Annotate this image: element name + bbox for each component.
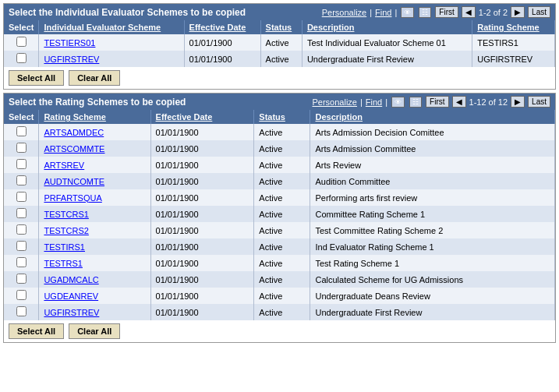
row-scheme: AUDTNCOMTE: [39, 173, 150, 189]
section2-clear-all-btn[interactable]: Clear All: [69, 323, 120, 339]
row-description: Arts Admission Committee: [310, 140, 555, 157]
section1-last-btn[interactable]: Last: [528, 6, 550, 18]
row-date: 01/01/1900: [150, 124, 254, 140]
scheme-link[interactable]: TESTIRS1: [44, 242, 85, 252]
row-checkbox[interactable]: [16, 126, 27, 136]
row-checkbox-cell: [4, 222, 39, 238]
section2-select-all-btn[interactable]: Select All: [9, 323, 64, 339]
row-checkbox-cell: [4, 271, 39, 288]
section2-view-icon[interactable]: 👁: [391, 97, 405, 108]
row-description: Performing arts first review: [310, 189, 555, 206]
rating-schemes-section: Select the Rating Schemes to be copied P…: [3, 93, 556, 343]
row-date: 01/01/1900: [184, 51, 260, 67]
section1-col-scheme: Individual Evaluator Scheme: [39, 20, 184, 34]
scheme-link[interactable]: UGADMCALC: [44, 275, 98, 284]
scheme-link[interactable]: TESTIERS01: [44, 38, 95, 48]
section1-select-all-btn[interactable]: Select All: [9, 70, 64, 86]
table-row: UGFIRSTREV 01/01/1900 Active Undergradua…: [4, 51, 555, 67]
row-checkbox[interactable]: [16, 257, 27, 267]
row-checkbox[interactable]: [16, 241, 27, 251]
row-checkbox[interactable]: [16, 224, 27, 235]
section1-clear-all-btn[interactable]: Clear All: [69, 70, 120, 86]
row-scheme: TESTCRS2: [39, 222, 150, 238]
table-row: TESTIERS01 01/01/1900 Active Test Indivi…: [4, 34, 555, 51]
section1-col-date: Effective Date: [184, 20, 260, 34]
row-scheme: ARTSADMDEC: [39, 124, 150, 140]
section1-find-link[interactable]: Find: [375, 8, 391, 17]
row-status: Active: [254, 222, 310, 238]
section2-prev-btn[interactable]: ◀: [452, 96, 466, 108]
section1-controls: Personalize | Find | 👁 ☷ First ◀ 1-2 of …: [322, 6, 550, 18]
row-checkbox[interactable]: [16, 37, 27, 47]
row-checkbox-cell: [4, 51, 39, 67]
row-checkbox[interactable]: [16, 175, 27, 185]
row-scheme: PRFARTSQUA: [39, 189, 150, 206]
scheme-link[interactable]: AUDTNCOMTE: [44, 177, 104, 186]
section2-first-btn[interactable]: First: [426, 96, 448, 108]
row-scheme: TESTRS1: [39, 255, 150, 271]
row-status: Active: [254, 271, 310, 288]
row-status: Active: [254, 238, 310, 255]
section2-col-date: Effective Date: [150, 110, 254, 124]
section2-btn-row: Select All Clear All: [4, 320, 555, 342]
row-checkbox-cell: [4, 189, 39, 206]
row-checkbox-cell: [4, 238, 39, 255]
row-status: Active: [254, 255, 310, 271]
row-checkbox-cell: [4, 255, 39, 271]
row-date: 01/01/1900: [150, 238, 254, 255]
section2-personalize-link[interactable]: Personalize: [312, 97, 356, 107]
section2-next-btn[interactable]: ▶: [511, 96, 525, 108]
section1-first-btn[interactable]: First: [435, 6, 458, 18]
section2-last-btn[interactable]: Last: [528, 96, 550, 108]
scheme-link[interactable]: UGFIRSTREV: [44, 55, 99, 64]
section2-table: Select Rating Scheme Effective Date Stat…: [4, 110, 555, 320]
scheme-link[interactable]: TESTCRS1: [44, 210, 88, 219]
table-row: TESTRS1 01/01/1900 Active Test Rating Sc…: [4, 255, 555, 271]
row-scheme: ARTSCOMMTE: [39, 140, 150, 157]
row-date: 01/01/1900: [150, 255, 254, 271]
section1-header: Select the Individual Evaluator Schemes …: [4, 4, 555, 20]
row-date: 01/01/1900: [150, 173, 254, 189]
row-description: Undergraduate First Review: [302, 51, 472, 67]
scheme-link[interactable]: ARTSCOMMTE: [44, 144, 104, 154]
individual-evaluator-section: Select the Individual Evaluator Schemes …: [3, 3, 556, 90]
row-status: Active: [254, 189, 310, 206]
section1-col-rating: Rating Scheme: [472, 20, 555, 34]
table-row: TESTIRS1 01/01/1900 Active Ind Evaluator…: [4, 238, 555, 255]
section1-prev-btn[interactable]: ◀: [462, 6, 476, 18]
table-row: TESTCRS2 01/01/1900 Active Test Committe…: [4, 222, 555, 238]
row-checkbox[interactable]: [16, 208, 27, 218]
row-checkbox[interactable]: [16, 53, 27, 63]
row-checkbox[interactable]: [16, 274, 27, 284]
section2-find-link[interactable]: Find: [366, 97, 382, 107]
scheme-link[interactable]: ARTSREV: [44, 161, 84, 170]
row-scheme: TESTCRS1: [39, 206, 150, 222]
scheme-link[interactable]: PRFARTSQUA: [44, 193, 101, 203]
section1-next-btn[interactable]: ▶: [511, 6, 525, 18]
row-checkbox[interactable]: [16, 306, 27, 316]
row-description: Test Committee Rating Scheme 2: [310, 222, 555, 238]
row-checkbox[interactable]: [16, 192, 27, 202]
section2-grid-icon[interactable]: ☷: [409, 97, 422, 108]
row-status: Active: [254, 124, 310, 140]
row-checkbox[interactable]: [16, 159, 27, 169]
row-status: Active: [254, 157, 310, 173]
section1-grid-icon[interactable]: ☷: [419, 7, 431, 18]
row-scheme: TESTIRS1: [39, 238, 150, 255]
row-rating-scheme: TESTIRS1: [472, 34, 555, 51]
scheme-link[interactable]: TESTCRS2: [44, 226, 88, 235]
section1-personalize-link[interactable]: Personalize: [322, 8, 366, 17]
scheme-link[interactable]: TESTRS1: [44, 259, 83, 268]
scheme-link[interactable]: UGFIRSTREV: [44, 308, 99, 317]
row-checkbox[interactable]: [16, 143, 27, 153]
row-checkbox-cell: [4, 124, 39, 140]
section1-view-icon[interactable]: 👁: [401, 7, 414, 18]
table-row: ARTSREV 01/01/1900 Active Arts Review: [4, 157, 555, 173]
section2-title: Select the Rating Schemes to be copied: [9, 97, 186, 108]
scheme-link[interactable]: UGDEANREV: [44, 291, 98, 301]
row-description: Arts Admission Decision Comittee: [310, 124, 555, 140]
scheme-link[interactable]: ARTSADMDEC: [44, 128, 104, 137]
row-description: Committee Rating Scheme 1: [310, 206, 555, 222]
row-checkbox[interactable]: [16, 290, 27, 300]
row-date: 01/01/1900: [184, 34, 260, 51]
